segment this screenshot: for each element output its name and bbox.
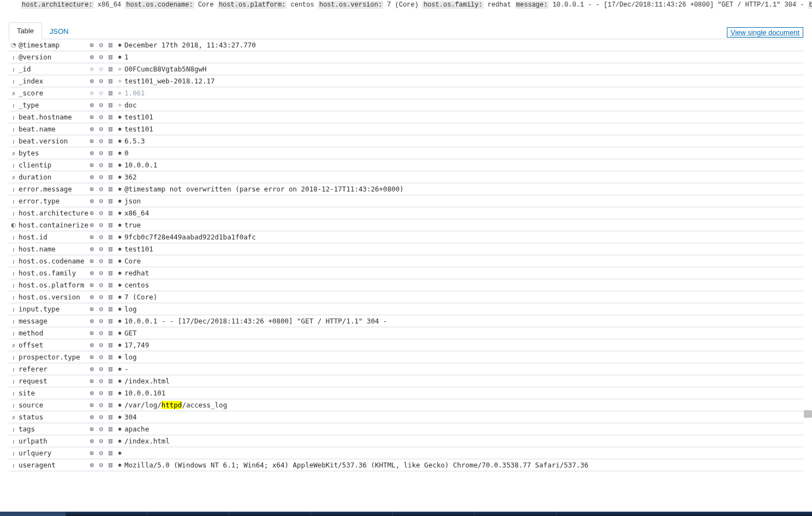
toggle-column-icon[interactable] [107, 113, 114, 121]
filter-out-value-icon[interactable] [98, 125, 105, 133]
toggle-column-icon[interactable] [107, 281, 114, 289]
filter-out-value-icon[interactable] [98, 65, 105, 73]
filter-out-value-icon[interactable] [98, 437, 105, 445]
filter-for-value-icon[interactable] [88, 425, 95, 433]
filter-for-value-icon[interactable] [88, 161, 95, 169]
toggle-column-icon[interactable] [107, 353, 114, 361]
toggle-column-icon[interactable] [107, 197, 114, 205]
filter-out-value-icon[interactable] [98, 341, 105, 349]
toggle-column-icon[interactable] [107, 257, 114, 265]
exists-filter-icon[interactable] [116, 173, 123, 181]
toggle-column-icon[interactable] [107, 269, 114, 277]
exists-filter-icon[interactable] [116, 65, 123, 73]
toggle-column-icon[interactable] [107, 449, 114, 457]
filter-out-value-icon[interactable] [98, 353, 105, 361]
filter-out-value-icon[interactable] [98, 137, 105, 145]
exists-filter-icon[interactable] [116, 209, 123, 217]
exists-filter-icon[interactable] [116, 149, 123, 157]
exists-filter-icon[interactable] [116, 425, 123, 433]
filter-out-value-icon[interactable] [98, 221, 105, 229]
toggle-column-icon[interactable] [107, 341, 114, 349]
filter-for-value-icon[interactable] [88, 269, 95, 277]
toggle-column-icon[interactable] [107, 329, 114, 337]
filter-for-value-icon[interactable] [88, 209, 95, 217]
exists-filter-icon[interactable] [116, 233, 123, 241]
filter-out-value-icon[interactable] [98, 233, 105, 241]
exists-filter-icon[interactable] [116, 305, 123, 313]
exists-filter-icon[interactable] [116, 329, 123, 337]
filter-for-value-icon[interactable] [88, 185, 95, 193]
exists-filter-icon[interactable] [116, 161, 123, 169]
filter-out-value-icon[interactable] [98, 317, 105, 325]
filter-for-value-icon[interactable] [88, 89, 95, 97]
exists-filter-icon[interactable] [116, 317, 123, 325]
toggle-column-icon[interactable] [107, 209, 114, 217]
filter-out-value-icon[interactable] [98, 293, 105, 301]
filter-out-value-icon[interactable] [98, 173, 105, 181]
filter-for-value-icon[interactable] [88, 65, 95, 73]
filter-for-value-icon[interactable] [88, 341, 95, 349]
filter-for-value-icon[interactable] [88, 413, 95, 421]
toggle-column-icon[interactable] [107, 389, 114, 397]
exists-filter-icon[interactable] [116, 293, 123, 301]
toggle-column-icon[interactable] [107, 305, 114, 313]
view-single-document-link[interactable]: View single document [727, 27, 803, 38]
filter-for-value-icon[interactable] [88, 245, 95, 253]
filter-out-value-icon[interactable] [98, 305, 105, 313]
filter-out-value-icon[interactable] [98, 101, 105, 109]
toggle-column-icon[interactable] [107, 185, 114, 193]
toggle-column-icon[interactable] [107, 149, 114, 157]
exists-filter-icon[interactable] [116, 137, 123, 145]
filter-out-value-icon[interactable] [98, 377, 105, 385]
filter-out-value-icon[interactable] [98, 185, 105, 193]
filter-for-value-icon[interactable] [88, 449, 95, 457]
exists-filter-icon[interactable] [116, 281, 123, 289]
toggle-column-icon[interactable] [107, 437, 114, 445]
filter-out-value-icon[interactable] [98, 197, 105, 205]
filter-for-value-icon[interactable] [88, 53, 95, 61]
exists-filter-icon[interactable] [116, 89, 123, 97]
filter-out-value-icon[interactable] [98, 365, 105, 373]
exists-filter-icon[interactable] [116, 365, 123, 373]
toggle-column-icon[interactable] [107, 101, 114, 109]
exists-filter-icon[interactable] [116, 101, 123, 109]
exists-filter-icon[interactable] [116, 413, 123, 421]
toggle-column-icon[interactable] [107, 377, 114, 385]
exists-filter-icon[interactable] [116, 77, 123, 85]
exists-filter-icon[interactable] [116, 221, 123, 229]
filter-for-value-icon[interactable] [88, 377, 95, 385]
exists-filter-icon[interactable] [116, 113, 123, 121]
toggle-column-icon[interactable] [107, 461, 114, 469]
filter-for-value-icon[interactable] [88, 281, 95, 289]
scrollbar-thumb[interactable] [804, 410, 812, 418]
exists-filter-icon[interactable] [116, 257, 123, 265]
filter-out-value-icon[interactable] [98, 209, 105, 217]
filter-out-value-icon[interactable] [98, 257, 105, 265]
filter-for-value-icon[interactable] [88, 353, 95, 361]
filter-out-value-icon[interactable] [98, 161, 105, 169]
filter-for-value-icon[interactable] [88, 257, 95, 265]
toggle-column-icon[interactable] [107, 65, 114, 73]
toggle-column-icon[interactable] [107, 365, 114, 373]
filter-for-value-icon[interactable] [88, 461, 95, 469]
filter-out-value-icon[interactable] [98, 269, 105, 277]
toggle-column-icon[interactable] [107, 173, 114, 181]
filter-out-value-icon[interactable] [98, 149, 105, 157]
filter-for-value-icon[interactable] [88, 365, 95, 373]
exists-filter-icon[interactable] [116, 437, 123, 445]
exists-filter-icon[interactable] [116, 197, 123, 205]
filter-for-value-icon[interactable] [88, 173, 95, 181]
filter-out-value-icon[interactable] [98, 77, 105, 85]
filter-for-value-icon[interactable] [88, 293, 95, 301]
toggle-column-icon[interactable] [107, 245, 114, 253]
filter-for-value-icon[interactable] [88, 401, 95, 409]
filter-for-value-icon[interactable] [88, 149, 95, 157]
filter-out-value-icon[interactable] [98, 53, 105, 61]
filter-for-value-icon[interactable] [88, 41, 95, 49]
exists-filter-icon[interactable] [116, 401, 123, 409]
exists-filter-icon[interactable] [116, 341, 123, 349]
toggle-column-icon[interactable] [107, 53, 114, 61]
exists-filter-icon[interactable] [116, 53, 123, 61]
tab-table[interactable]: Table [9, 22, 42, 39]
filter-for-value-icon[interactable] [88, 125, 95, 133]
